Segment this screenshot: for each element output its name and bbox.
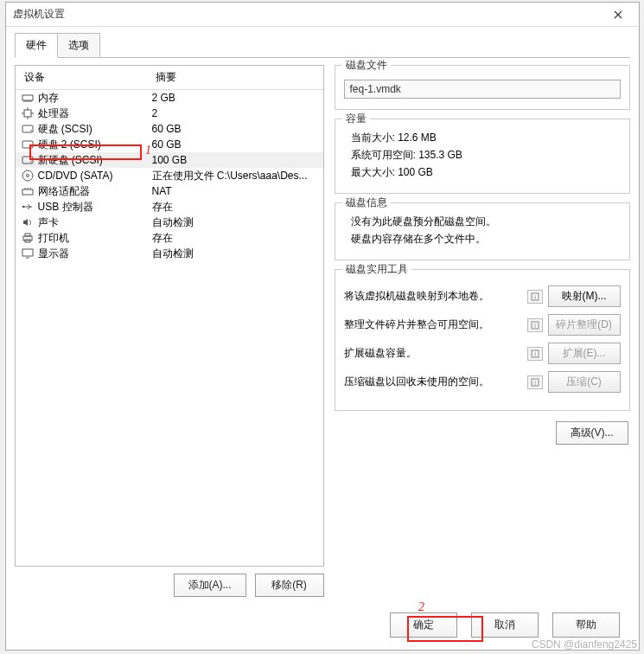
utility-button[interactable]: 碎片整理(D) (548, 314, 621, 336)
svg-rect-13 (25, 234, 30, 236)
window-title: 虚拟机设置 (13, 7, 601, 22)
help-button[interactable]: 帮助 (552, 612, 620, 638)
titlebar: 虚拟机设置 (6, 3, 639, 27)
disk-icon (21, 123, 35, 135)
utility-row: 压缩磁盘以回收未使用的空间。i压缩(C) (344, 371, 621, 393)
device-summary: 存在 (152, 200, 318, 215)
device-row[interactable]: CD/DVD (SATA)正在使用文件 C:\Users\aaa\Des... (16, 168, 323, 183)
usb-icon (21, 201, 35, 213)
device-name: 硬盘 (SCSI) (38, 122, 152, 137)
group-title-disk-info: 磁盘信息 (342, 196, 391, 210)
tab-hardware[interactable]: 硬件 (15, 33, 58, 58)
svg-text:i: i (534, 380, 536, 386)
capacity-max: 最大大小: 100 GB (351, 165, 621, 180)
utility-text: 压缩磁盘以回收未使用的空间。 (344, 375, 522, 389)
annotation-label-2: 2 (418, 600, 424, 614)
device-name: 打印机 (38, 231, 152, 246)
display-icon (21, 247, 35, 260)
svg-point-11 (22, 206, 24, 208)
device-summary: 60 GB (152, 123, 318, 135)
tab-options[interactable]: 选项 (58, 33, 100, 58)
device-summary: 2 (152, 107, 318, 119)
device-row[interactable]: 声卡自动检测 (16, 215, 323, 230)
remove-button[interactable]: 移除(R) (255, 574, 324, 597)
group-utilities: 磁盘实用工具 将该虚拟机磁盘映射到本地卷。i映射(M)...整理文件碎片并整合可… (335, 269, 630, 411)
header-device: 设备 (16, 66, 147, 89)
ok-button[interactable]: 确定 (390, 612, 457, 638)
info-icon[interactable]: i (527, 347, 543, 361)
device-summary: 100 GB (152, 154, 318, 166)
memory-icon (21, 92, 35, 104)
device-row[interactable]: 显示器自动检测 (16, 246, 323, 261)
info-icon[interactable]: i (527, 375, 543, 389)
device-row[interactable]: 硬盘 2 (SCSI)60 GB (16, 137, 323, 152)
device-row[interactable]: 处理器2 (16, 106, 323, 121)
svg-rect-6 (22, 157, 33, 164)
device-name: USB 控制器 (38, 200, 152, 215)
capacity-current: 当前大小: 12.6 MB (351, 131, 621, 145)
disk-icon (21, 154, 35, 166)
utility-button[interactable]: 扩展(E)... (548, 343, 621, 364)
right-column: 磁盘文件 feq-1.vmdk 容量 当前大小: 12.6 MB 系统可用空间:… (335, 65, 630, 604)
device-name: 内存 (38, 91, 152, 106)
advanced-button[interactable]: 高级(V)... (556, 421, 628, 445)
group-title-utilities: 磁盘实用工具 (342, 262, 411, 277)
svg-rect-15 (22, 249, 33, 256)
device-actions: 添加(A)... 移除(R) (15, 567, 324, 604)
content-area: 设备 摘要 内存2 GB处理器2硬盘 (SCSI)60 GB硬盘 2 (SCSI… (6, 58, 639, 604)
cpu-icon (21, 107, 35, 119)
device-table-header: 设备 摘要 (16, 66, 323, 90)
info-icon[interactable]: i (527, 318, 543, 332)
group-disk-file: 磁盘文件 feq-1.vmdk (335, 65, 630, 110)
utility-text: 整理文件碎片并整合可用空间。 (344, 317, 522, 332)
utility-text: 扩展磁盘容量。 (344, 346, 522, 361)
device-row[interactable]: 内存2 GB (16, 90, 323, 106)
close-button[interactable] (601, 4, 635, 25)
diskinfo-line2: 硬盘内容存储在多个文件中。 (351, 232, 621, 247)
svg-rect-2 (22, 125, 33, 132)
utility-button[interactable]: 映射(M)... (548, 285, 621, 307)
left-column: 设备 摘要 内存2 GB处理器2硬盘 (SCSI)60 GB硬盘 2 (SCSI… (15, 65, 324, 604)
disk-file-field[interactable]: feq-1.vmdk (344, 80, 621, 99)
svg-point-5 (30, 145, 32, 147)
device-name: 处理器 (38, 106, 152, 121)
svg-text:i: i (534, 323, 536, 329)
utility-row: 扩展磁盘容量。i扩展(E)... (344, 343, 621, 364)
device-name: 声卡 (38, 215, 152, 230)
group-title-disk-file: 磁盘文件 (342, 58, 391, 73)
svg-text:i: i (534, 351, 536, 357)
device-summary: 自动检测 (152, 247, 318, 261)
svg-text:i: i (534, 294, 536, 300)
add-button[interactable]: 添加(A)... (174, 574, 246, 597)
device-row[interactable]: 硬盘 (SCSI)60 GB (16, 121, 323, 137)
device-row[interactable]: 新硬盘 (SCSI)100 GB (16, 152, 323, 168)
group-capacity: 容量 当前大小: 12.6 MB 系统可用空间: 135.3 GB 最大大小: … (335, 119, 630, 194)
device-row[interactable]: 网络适配器NAT (16, 183, 323, 199)
cancel-button[interactable]: 取消 (471, 612, 539, 638)
svg-point-8 (22, 170, 33, 181)
device-summary: 正在使用文件 C:\Users\aaa\Des... (152, 169, 318, 183)
device-summary: 存在 (152, 231, 318, 246)
diskinfo-line1: 没有为此硬盘预分配磁盘空间。 (351, 215, 621, 229)
header-summary: 摘要 (147, 66, 323, 89)
svg-rect-4 (22, 141, 33, 148)
utility-row: 整理文件碎片并整合可用空间。i碎片整理(D) (344, 314, 621, 336)
device-summary: NAT (152, 185, 318, 197)
device-row[interactable]: USB 控制器存在 (16, 199, 323, 215)
svg-point-3 (30, 130, 32, 131)
info-icon[interactable]: i (527, 290, 543, 304)
annotation-label-1: 1 (145, 144, 151, 157)
cd-icon (21, 170, 35, 182)
utility-button[interactable]: 压缩(C) (548, 371, 621, 393)
device-name: 显示器 (38, 247, 152, 261)
group-disk-info: 磁盘信息 没有为此硬盘预分配磁盘空间。 硬盘内容存储在多个文件中。 (335, 202, 630, 260)
printer-icon (21, 232, 35, 244)
device-row[interactable]: 打印机存在 (16, 230, 323, 246)
close-icon (614, 10, 622, 19)
svg-rect-10 (22, 189, 33, 195)
device-table: 设备 摘要 内存2 GB处理器2硬盘 (SCSI)60 GB硬盘 2 (SCSI… (15, 65, 324, 567)
disk-icon (21, 138, 35, 151)
tabs: 硬件 选项 (6, 27, 639, 57)
svg-rect-1 (24, 110, 31, 117)
advanced-row: 高级(V)... (335, 420, 630, 445)
